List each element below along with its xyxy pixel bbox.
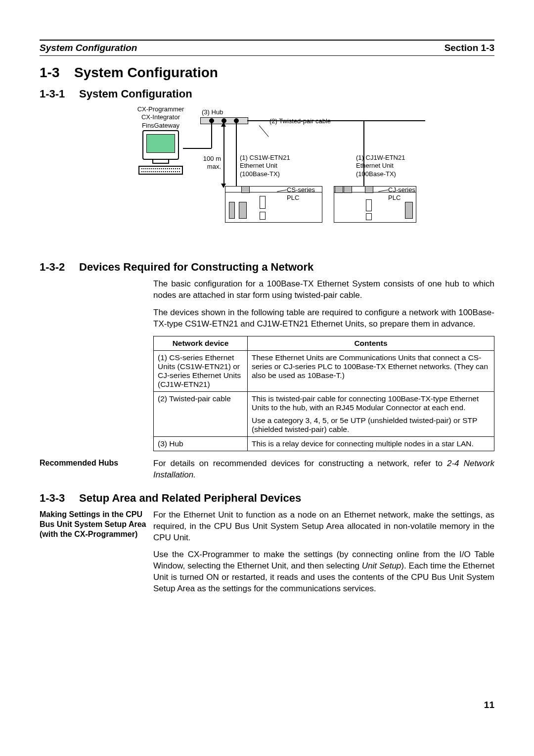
network-devices-table: Network device Contents (1) CS-series Et…: [153, 336, 494, 451]
diagram-label-software1: CX-Programmer: [134, 105, 188, 113]
diagram-plc-slot: [366, 213, 372, 220]
diagram-label-cs2: Ethernet Unit: [240, 162, 290, 170]
diagram-line: [183, 148, 212, 149]
page-number: 11: [40, 700, 494, 710]
diagram-label-software3: FinsGateway: [134, 122, 188, 130]
diagram-hub-port: [209, 118, 214, 123]
section-number: 1-3: [40, 65, 74, 81]
diagram-line: [236, 123, 237, 189]
diagram-hub-port: [234, 118, 239, 123]
table-header-contents: Contents: [248, 336, 494, 350]
subsection-number: 1-3-2: [40, 261, 79, 274]
diagram-plc-slot: [335, 186, 343, 193]
diagram-label-cj1: (1) CJ1W-ETN21: [356, 154, 405, 162]
subsection-heading-1-3-1: 1-3-1System Configuration: [40, 88, 494, 100]
subsection-number: 1-3-3: [40, 492, 79, 505]
diagram-line: [223, 123, 224, 187]
diagram-plc-slot: [241, 186, 250, 193]
table-cell-text-b: Use a category 3, 4, 5, or 5e UTP (unshi…: [252, 416, 490, 434]
diagram-plc-slot: [260, 212, 266, 220]
diagram-label-cs1: (1) CS1W-ETN21: [240, 154, 290, 162]
table-cell-device: (2) Twisted-pair cable: [154, 391, 248, 436]
running-title-right: Section 1-3: [445, 43, 494, 53]
diagram-label-plccj2: PLC: [388, 194, 415, 202]
subsection-title: Setup Area and Related Peripheral Device…: [79, 492, 301, 504]
subsection-heading-1-3-2: 1-3-2Devices Required for Constructing a…: [40, 261, 494, 274]
system-configuration-diagram: CX-Programmer CX-Integrator FinsGateway …: [89, 105, 494, 249]
diagram-plc-slot: [366, 199, 372, 211]
diagram-plc-slot: [365, 186, 373, 193]
table-cell-contents: This is twisted-pair cable for connectin…: [248, 391, 494, 436]
diagram-label-hub: (3) Hub: [202, 108, 223, 116]
table-row: (1) CS-series Ethernet Units (CS1W-ETN21…: [154, 350, 494, 391]
table-cell-text-a: This is twisted-pair cable for connectin…: [252, 394, 490, 412]
subsection-number: 1-3-1: [40, 88, 79, 100]
diagram-label-distance1: 100 m: [200, 155, 221, 163]
table-cell-contents: These Ethernet Units are Communications …: [248, 350, 494, 391]
running-title-left: System Configuration: [40, 43, 137, 53]
diagram-line: [259, 125, 269, 137]
side-label-setup-area: Making Settings in the CPU Bus Unit Syst…: [40, 510, 153, 601]
table-header-row: Network device Contents: [154, 336, 494, 350]
table-row: (3) Hub This is a relay device for conne…: [154, 436, 494, 451]
diagram-plc-slot: [239, 202, 247, 219]
diagram-label-plccs1: CS-series: [287, 186, 315, 194]
setup-p2-b: Unit Setup: [362, 561, 401, 570]
table-cell-contents: This is a relay device for connecting mu…: [248, 436, 494, 451]
setup-paragraph-2: Use the CX-Programmer to make the settin…: [153, 549, 494, 595]
diagram-plc-slot: [260, 196, 266, 209]
diagram-plc-slot: [344, 186, 352, 193]
table-row: (2) Twisted-pair cable This is twisted-p…: [154, 391, 494, 436]
diagram-label-plccj1: CJ-series: [388, 186, 415, 194]
section-heading-1-3: 1-3System Configuration: [40, 65, 494, 81]
arrow-up-icon: [221, 122, 226, 127]
table-cell-device: (1) CS-series Ethernet Units (CS1W-ETN21…: [154, 350, 248, 391]
subsection-title: System Configuration: [79, 88, 192, 100]
diagram-label-software2: CX-Integrator: [134, 113, 188, 121]
diagram-label-plccs2: PLC: [287, 194, 315, 202]
section-title: System Configuration: [74, 65, 218, 80]
recommended-hubs-text: For details on recommended devices for c…: [153, 458, 494, 481]
intro-paragraph-2: The devices shown in the following table…: [153, 307, 494, 330]
intro-paragraph-1: The basic configuration for a 100Base-TX…: [153, 279, 494, 301]
setup-paragraph-1: For the Ethernet Unit to function as a n…: [153, 510, 494, 544]
subsection-heading-1-3-3: 1-3-3Setup Area and Related Peripheral D…: [40, 492, 494, 505]
diagram-label-cj3: (100Base-TX): [356, 170, 405, 178]
recommended-hubs-text-body: For details on recommended devices for c…: [153, 459, 447, 468]
side-label-recommended-hubs: Recommended Hubs: [40, 458, 153, 487]
subsection-title: Devices Required for Constructing a Netw…: [79, 261, 313, 273]
diagram-plc-slot: [229, 202, 235, 219]
diagram-label-cable: (2) Twisted-pair cable: [269, 117, 331, 125]
computer-icon: [138, 130, 183, 175]
diagram-label-cj2: Ethernet Unit: [356, 162, 405, 170]
diagram-line: [211, 123, 212, 148]
table-cell-device: (3) Hub: [154, 436, 248, 451]
diagram-label-cs3: (100Base-TX): [240, 170, 290, 178]
table-header-device: Network device: [154, 336, 248, 350]
diagram-plc-slot: [405, 202, 413, 219]
diagram-label-distance2: max.: [200, 163, 221, 171]
